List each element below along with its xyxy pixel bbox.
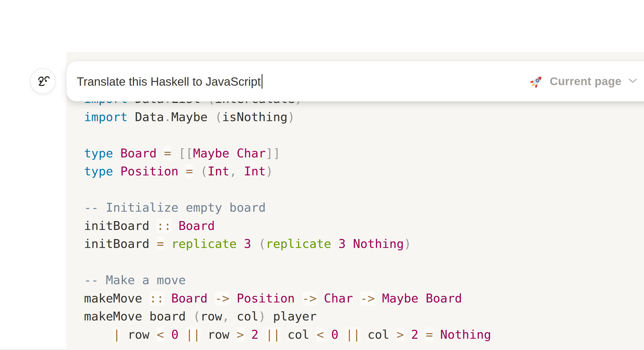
- code-line: | row < 0 || row > 2 || col < 0 || col >…: [84, 326, 639, 344]
- code-line: type Board = [[Maybe Char]]: [84, 144, 639, 163]
- code-line: -- Initialize empty board: [84, 199, 639, 217]
- code-line: type Position = (Int, Int): [84, 162, 639, 181]
- text-caret: [262, 74, 262, 89]
- notion-page: import Data.List (intercalate)import Dat…: [0, 0, 644, 350]
- code-line: -- Make a move: [84, 271, 639, 289]
- code-line: initBoard :: Board: [84, 217, 639, 235]
- notion-ai-face-icon: [30, 68, 56, 94]
- ai-prompt-input[interactable]: Translate this Haskell to JavaScript: [67, 74, 529, 89]
- context-scope-selector[interactable]: Current page: [529, 74, 637, 89]
- chevron-down-icon: [628, 78, 637, 85]
- code-line: initBoard = replicate 3 (replicate 3 Not…: [84, 235, 639, 253]
- code-line: [84, 126, 639, 144]
- code-line: [84, 253, 639, 271]
- scope-label: Current page: [550, 75, 621, 88]
- rocket-emoji-icon: [529, 74, 544, 89]
- code-line: makeMove :: Board -> Position -> Char ->…: [84, 289, 639, 308]
- ai-prompt-text: Translate this Haskell to JavaScript: [77, 75, 261, 88]
- ai-input-bar[interactable]: Translate this Haskell to JavaScript: [66, 61, 644, 102]
- code-line: [84, 181, 639, 199]
- code-line: import Data.Maybe (isNothing): [84, 108, 639, 126]
- code-line: makeMove board (row, col) player: [84, 307, 639, 326]
